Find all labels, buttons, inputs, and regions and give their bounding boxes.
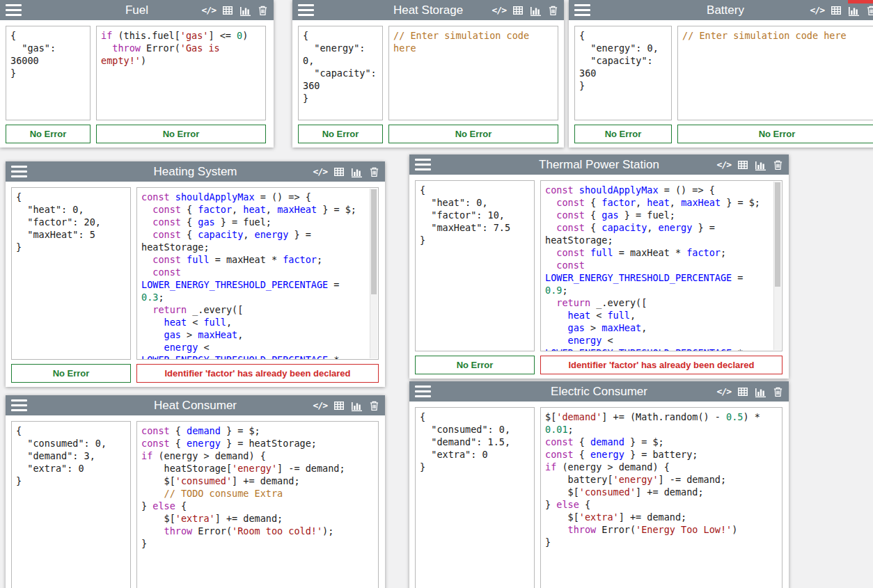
chart-icon[interactable] [755, 386, 766, 397]
menu-icon[interactable] [574, 4, 590, 16]
code-status-badge: No Error [388, 125, 558, 143]
state-status-badge: No Error [574, 125, 672, 143]
table-icon[interactable] [737, 386, 748, 397]
code-editor[interactable]: // Enter simulation code here [677, 26, 873, 120]
trash-icon[interactable] [258, 5, 268, 16]
panel-battery: Battery </> { "energy": 0, "capacity": 3… [569, 0, 873, 148]
state-editor[interactable]: { "gas": 36000 } [6, 26, 91, 120]
panel-header[interactable]: Battery </> [569, 0, 873, 20]
trash-icon[interactable] [369, 400, 379, 411]
state-json: { "consumed": 0, "demand": 1.5, "extra":… [420, 411, 530, 473]
table-icon[interactable] [512, 5, 524, 16]
state-json: { "heat": 0, "factor": 20, "maxHeat": 5 … [16, 191, 126, 253]
chart-icon[interactable] [239, 5, 251, 16]
chart-icon[interactable] [530, 5, 542, 16]
scrollbar-thumb[interactable] [371, 189, 377, 294]
panel-header[interactable]: Heat Storage </> [292, 0, 564, 20]
trash-icon[interactable] [866, 5, 873, 16]
panel-heat-storage: Heat Storage </> { "energy": 0, "capacit… [292, 0, 564, 148]
code-editor[interactable]: const { demand } = $; const { energy } =… [136, 421, 379, 588]
state-json: { "gas": 36000 } [10, 29, 86, 79]
state-json: { "energy": 0, "capacity": 360 } [303, 29, 378, 104]
trash-icon[interactable] [548, 5, 558, 16]
panel-thermal-power-station: Thermal Power Station </> { "heat": 0, "… [409, 154, 789, 379]
scrollbar-thumb[interactable] [775, 182, 780, 287]
menu-icon[interactable] [298, 4, 314, 16]
code-editor[interactable]: if (this.fuel['gas'] <= 0) throw Error('… [96, 26, 266, 120]
table-icon[interactable] [333, 400, 345, 411]
table-icon[interactable] [333, 166, 345, 177]
panel-heat-consumer: Heat Consumer </> { "consumed": 0, "dema… [6, 395, 385, 588]
code-icon[interactable]: </> [492, 6, 506, 15]
table-icon[interactable] [737, 159, 748, 170]
trash-icon[interactable] [369, 166, 379, 177]
code-icon[interactable]: </> [202, 6, 216, 15]
panel-fuel: Fuel </> { "gas": 36000 } if (this.fuel[… [0, 0, 274, 148]
menu-icon[interactable] [6, 4, 22, 16]
state-editor[interactable]: { "energy": 0, "capacity": 360 } [298, 26, 383, 120]
code-editor[interactable]: // Enter simulation code here [388, 26, 558, 120]
code-text: const { demand } = $; const { energy } =… [141, 424, 374, 550]
code-text: // Enter simulation code here [393, 29, 553, 54]
code-text: const shouldApplyMax = () => { const { f… [141, 191, 365, 360]
state-editor[interactable]: { "energy": 0, "capacity": 360 } [574, 26, 672, 120]
code-text: if (this.fuel['gas'] <= 0) throw Error('… [101, 29, 261, 67]
code-text: const shouldApplyMax = () => { const { f… [545, 184, 769, 351]
code-editor[interactable]: const shouldApplyMax = () => { const { f… [136, 187, 379, 360]
state-editor[interactable]: { "consumed": 0, "demand": 3, "extra": 0… [11, 421, 131, 588]
chart-icon[interactable] [351, 400, 363, 411]
table-icon[interactable] [222, 5, 233, 16]
state-editor[interactable]: { "heat": 0, "factor": 20, "maxHeat": 5 … [11, 187, 131, 360]
code-status-badge: No Error [96, 125, 266, 143]
table-icon[interactable] [831, 5, 842, 16]
state-json: { "consumed": 0, "demand": 3, "extra": 0… [16, 424, 126, 487]
chart-icon[interactable] [755, 159, 766, 170]
code-icon[interactable]: </> [313, 167, 327, 176]
chart-icon[interactable] [848, 5, 860, 16]
code-text: $['demand'] += (Math.random() - 0.5) * 0… [545, 411, 778, 548]
state-status-badge: No Error [298, 125, 383, 143]
menu-icon[interactable] [415, 159, 431, 170]
scrollbar[interactable] [773, 182, 781, 350]
code-icon[interactable]: </> [810, 6, 824, 15]
state-status-badge: No Error [11, 364, 131, 383]
code-status-badge: Identifier 'factor' has already been dec… [540, 356, 782, 374]
panel-header[interactable]: Fuel </> [0, 0, 274, 20]
trash-icon[interactable] [773, 386, 783, 397]
menu-icon[interactable] [11, 399, 27, 411]
panel-header[interactable]: Heat Consumer </> [6, 395, 385, 415]
code-icon[interactable]: </> [717, 387, 731, 396]
panel-header[interactable]: Thermal Power Station </> [409, 154, 789, 175]
state-status-badge: No Error [6, 125, 91, 143]
panel-electric-consumer: Electric Consumer </> { "consumed": 0, "… [409, 381, 789, 588]
code-status-badge: No Error [677, 125, 873, 143]
panel-heating-system: Heating System </> { "heat": 0, "factor"… [6, 161, 385, 387]
code-icon[interactable]: </> [717, 160, 731, 169]
state-status-badge: No Error [415, 356, 535, 374]
menu-icon[interactable] [11, 166, 27, 177]
code-text: // Enter simulation code here [682, 29, 872, 42]
chart-icon[interactable] [351, 166, 363, 177]
panel-header[interactable]: Electric Consumer </> [409, 381, 789, 402]
panel-header[interactable]: Heating System </> [6, 161, 385, 182]
state-json: { "energy": 0, "capacity": 360 } [579, 29, 667, 92]
code-editor[interactable]: const shouldApplyMax = () => { const { f… [540, 180, 782, 351]
code-icon[interactable]: </> [313, 401, 327, 410]
code-editor[interactable]: $['demand'] += (Math.random() - 0.5) * 0… [540, 407, 782, 588]
trash-icon[interactable] [773, 159, 783, 170]
scrollbar[interactable] [370, 189, 377, 358]
top-right-red-strip [848, 0, 873, 3]
state-editor[interactable]: { "consumed": 0, "demand": 1.5, "extra":… [415, 407, 535, 588]
code-status-badge: Identifier 'factor' has already been dec… [136, 364, 379, 383]
menu-icon[interactable] [415, 386, 431, 397]
state-editor[interactable]: { "heat": 0, "factor": 10, "maxHeat": 7.… [415, 180, 535, 351]
state-json: { "heat": 0, "factor": 10, "maxHeat": 7.… [420, 184, 530, 246]
